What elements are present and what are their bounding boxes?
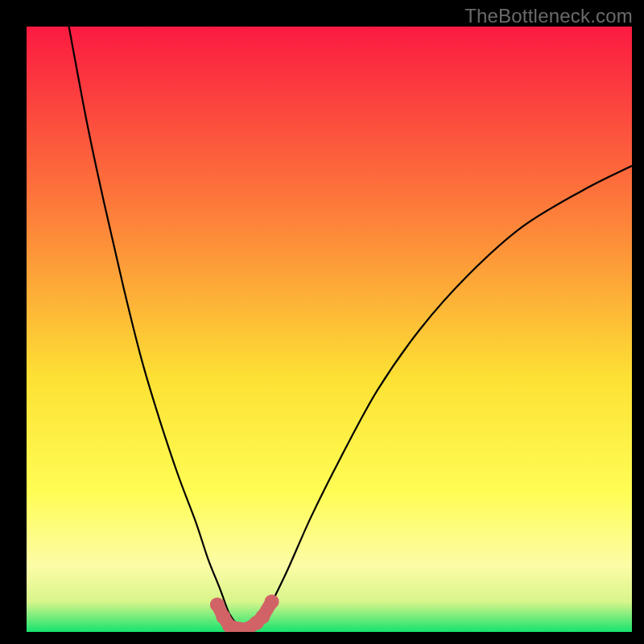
bottom-marker-dot — [265, 594, 279, 609]
bottom-marker-dot — [255, 609, 270, 624]
bottleneck-chart — [27, 27, 632, 632]
chart-frame: TheBottleneck.com — [0, 0, 644, 644]
watermark-text: TheBottleneck.com — [464, 5, 633, 27]
plot-area — [27, 27, 632, 632]
gradient-background — [27, 27, 632, 632]
